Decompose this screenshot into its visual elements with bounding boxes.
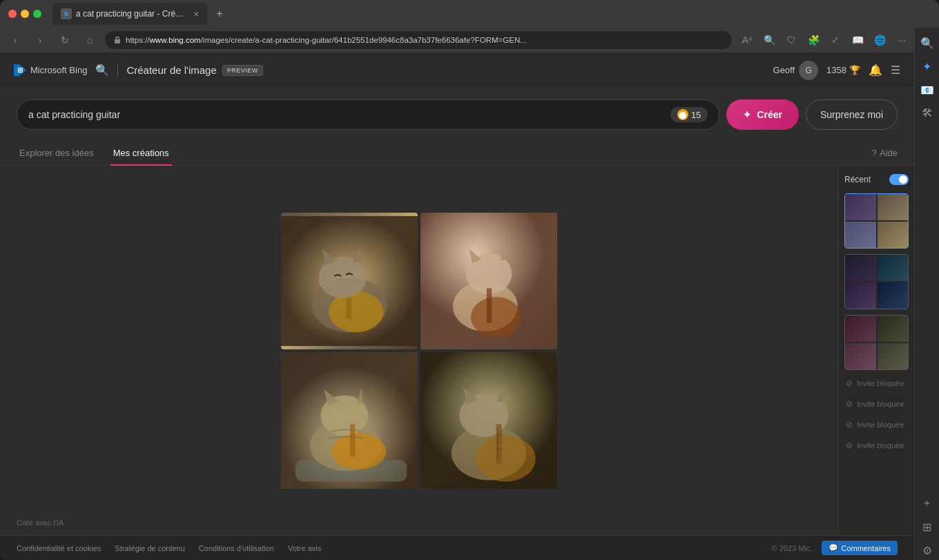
thumb-3c	[845, 343, 876, 369]
shields-icon[interactable]: 🛡	[782, 30, 801, 50]
thumb-3a	[845, 316, 876, 342]
globe-icon[interactable]: 🌐	[870, 30, 889, 50]
thumb-2d	[878, 282, 909, 309]
tools-sidebar-icon[interactable]: 🛠	[918, 104, 937, 123]
footer-link-4[interactable]: Votre avis	[288, 544, 321, 552]
creer-label: Créer	[757, 109, 782, 120]
active-tab[interactable]: b a cat practicing guitar - Créa... ✕	[52, 3, 207, 25]
reward-count: 1358	[826, 65, 846, 75]
ereader-icon[interactable]: 📖	[848, 30, 867, 50]
images-area: Créé avec l'IA	[0, 166, 838, 535]
settings-sidebar-icon[interactable]: ⚙	[918, 541, 937, 560]
creator-title-label: Créateur de l'image	[126, 64, 216, 76]
address-bar: ‹ › ↻ ⌂ https://www.bing.com/images/crea…	[0, 28, 939, 52]
outlook-sidebar-icon[interactable]: 📧	[918, 80, 937, 99]
creator-title-area: Créateur de l'image PREVIEW	[126, 64, 262, 76]
fullscreen-button[interactable]	[33, 10, 41, 18]
thumb-3b	[878, 316, 909, 342]
panel-sidebar-icon[interactable]: ⊞	[918, 517, 937, 537]
user-section[interactable]: Geoff G	[773, 61, 819, 80]
svg-point-13	[471, 296, 521, 336]
search-sidebar-icon[interactable]: 🔍	[918, 33, 937, 52]
blocked-item-3: ⊘ Invite bloquée	[844, 417, 909, 432]
svg-rect-22	[350, 424, 355, 456]
help-circle-icon: ?	[872, 148, 877, 158]
search-area: a cat practicing guitar ⬤ 15 ✦ Créer Sur…	[0, 88, 914, 141]
read-aloud-icon[interactable]: Aᵃ	[737, 30, 757, 50]
svg-rect-14	[487, 288, 492, 322]
copyright: © 2023 Mic...	[772, 544, 817, 552]
shield-check-icon[interactable]: ✓	[826, 30, 845, 50]
tab-title: a cat practicing guitar - Créa...	[76, 9, 186, 19]
footer-link-2[interactable]: Stratégie de contenu	[115, 544, 185, 552]
blocked-label-1: Invite bloquée	[857, 379, 904, 387]
zoom-icon[interactable]: 🔍	[759, 30, 779, 50]
footer-link-1[interactable]: Confidentialité et cookies	[17, 544, 101, 552]
image-cell-2[interactable]	[420, 213, 557, 349]
blocked-icon-4: ⊘	[846, 441, 853, 450]
close-button[interactable]	[8, 10, 17, 18]
thumb-group-2[interactable]	[844, 254, 909, 309]
thumb-1c	[845, 222, 876, 248]
bing-header: ⊞ Microsoft Bing 🔍 Créateur de l'image P…	[0, 52, 914, 88]
thumb-2c	[845, 282, 876, 309]
tab-explorer[interactable]: Explorer des idées	[17, 141, 97, 165]
footer-link-3[interactable]: Conditions d'utilisation	[199, 544, 274, 552]
recent-header: Récent	[844, 174, 909, 185]
user-name: Geoff	[773, 65, 795, 75]
wand-icon: ✦	[743, 109, 751, 120]
svg-point-21	[331, 433, 386, 469]
header-divider	[117, 64, 118, 77]
home-button[interactable]: ⌂	[80, 30, 99, 50]
tab-mes-creations[interactable]: Mes créations	[110, 141, 172, 165]
surprenez-button[interactable]: Surprenez moi	[806, 99, 898, 130]
back-button[interactable]: ‹	[6, 30, 25, 50]
forward-button[interactable]: ›	[30, 30, 50, 50]
blocked-item-2: ⊘ Invite bloquée	[844, 396, 909, 412]
menu-icon[interactable]: ☰	[891, 64, 900, 77]
right-panel: Récent	[838, 166, 914, 535]
cat-image-4	[420, 352, 557, 489]
footer-right: © 2023 Mic... 💬 Commentaires	[772, 541, 898, 555]
search-icon[interactable]: 🔍	[95, 64, 109, 77]
reward-section[interactable]: 1358 🏆	[826, 65, 860, 75]
commentaires-button[interactable]: 💬 Commentaires	[822, 541, 898, 555]
svg-rect-29	[496, 424, 501, 463]
bell-icon[interactable]: 🔔	[869, 64, 882, 77]
toolbar-icons: Aᵃ 🔍 🛡 🧩 ✓ 📖 🌐 ··· b	[737, 30, 933, 50]
blocked-icon-1: ⊘	[846, 378, 853, 388]
copilot-sidebar-icon[interactable]: ✦	[918, 57, 937, 76]
image-cell-1[interactable]	[281, 213, 418, 349]
image-cell-3[interactable]	[281, 352, 418, 489]
svg-rect-0	[115, 39, 120, 44]
browser-right-sidebar: 🔍 ✦ 📧 🛠 + ⊞ ⚙	[914, 28, 939, 560]
tab-favicon: b	[61, 8, 72, 19]
minimize-button[interactable]	[21, 10, 29, 18]
blocked-label-2: Invite bloquée	[857, 400, 904, 408]
recent-toggle[interactable]	[889, 174, 909, 185]
footer: Confidentialité et cookies Stratégie de …	[0, 535, 914, 560]
url-bar[interactable]: https://www.bing.com/images/create/a-cat…	[105, 31, 732, 49]
content-with-sidebar: Créé avec l'IA Récent	[0, 166, 914, 535]
bing-logo[interactable]: ⊞ Microsoft Bing	[14, 64, 87, 77]
creer-button[interactable]: ✦ Créer	[726, 99, 799, 130]
main-content: ⊞ Microsoft Bing 🔍 Créateur de l'image P…	[0, 52, 914, 560]
traffic-lights	[8, 10, 41, 18]
thumb-1d	[878, 222, 909, 248]
extensions-icon[interactable]: 🧩	[804, 30, 823, 50]
add-sidebar-icon[interactable]: +	[918, 494, 937, 513]
search-input-wrap[interactable]: a cat practicing guitar ⬤ 15	[17, 99, 719, 130]
thumb-group-1[interactable]	[844, 193, 909, 249]
search-input-text[interactable]: a cat practicing guitar	[28, 109, 665, 120]
reload-button[interactable]: ↻	[55, 30, 75, 50]
reward-icon: 🏆	[849, 65, 860, 75]
url-text: https://www.bing.com/images/create/a-cat…	[126, 36, 527, 44]
title-bar: b a cat practicing guitar - Créa... ✕ +	[0, 0, 939, 28]
more-button[interactable]: ···	[892, 30, 911, 50]
aide-link[interactable]: ? Aide	[872, 148, 898, 158]
new-tab-button[interactable]: +	[211, 6, 228, 22]
tab-close-button[interactable]: ✕	[193, 10, 199, 18]
image-cell-4[interactable]	[420, 352, 557, 489]
thumb-group-3[interactable]	[844, 315, 909, 370]
tab-explorer-label: Explorer des idées	[19, 148, 94, 158]
